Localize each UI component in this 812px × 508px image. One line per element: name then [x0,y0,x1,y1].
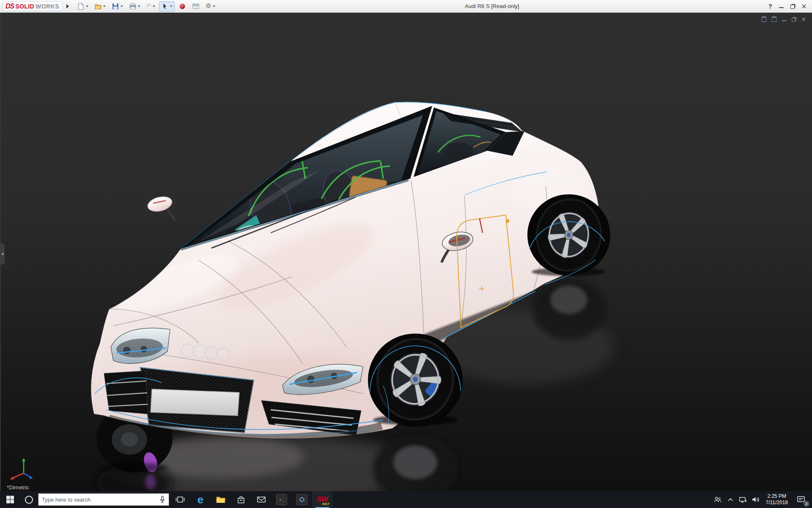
dropdown-caret-icon [213,6,215,7]
tray-overflow-button[interactable] [724,491,737,508]
people-button[interactable] [711,491,724,508]
select-tool-button[interactable] [159,1,175,11]
solidworks-taskbar-button[interactable]: SW 2017 [312,491,332,508]
new-document-icon [77,3,85,10]
restore-button[interactable] [790,5,795,9]
edge-button[interactable]: e [190,491,211,508]
action-center-button[interactable]: 2 [792,491,810,508]
dropdown-caret-icon [121,6,123,7]
solidworks-menu-button[interactable]: DS SOLIDWORKS [3,1,63,11]
close-button[interactable]: × [801,3,807,10]
app-tile-icon [296,494,307,505]
edge-icon: e [198,494,203,505]
brand-works-text: WORKS [36,3,59,10]
task-clock[interactable]: 2:25 PM 7/11/2018 [762,491,792,508]
console-app-icon: >_ [276,494,287,505]
model-canvas[interactable] [0,13,812,491]
dropdown-caret-icon [153,6,155,7]
clock-time: 2:25 PM [767,493,786,500]
file-explorer-icon [216,495,226,504]
save-icon [112,3,119,10]
design-table-button[interactable] [190,1,202,11]
document-window-controls: × [762,16,806,22]
chevron-up-icon [727,497,733,502]
side-mirror-far[interactable] [146,194,175,221]
dropdown-caret-icon [86,6,88,7]
system-tray: 2:25 PM 7/11/2018 2 [711,491,812,508]
title-bar: DS SOLIDWORKS ↶ [0,0,812,13]
windows-logo-icon [6,495,14,504]
speaker-icon [752,496,760,503]
volume-button[interactable] [749,491,762,508]
task-view-icon [176,495,185,504]
reference-triad [7,456,34,483]
options-button[interactable]: ⚙ [203,1,217,11]
cascade-window-icon[interactable] [772,17,776,22]
mail-button[interactable] [251,491,272,508]
task-view-button[interactable] [170,491,190,508]
taskbar-search[interactable] [38,493,169,506]
print-icon [129,3,137,10]
chevron-left-icon [1,252,3,256]
dropdown-caret-icon [138,6,140,7]
appearance-button[interactable] [176,1,188,11]
document-minimize-icon[interactable] [782,17,786,21]
car-model[interactable] [91,102,610,441]
windows-taskbar: e >_ SW 2017 [0,491,812,508]
taskbar-app-button-2[interactable] [292,491,312,508]
dropdown-caret-icon [170,6,173,7]
document-close-icon[interactable]: × [801,16,806,22]
appearance-sphere-icon [178,3,186,10]
people-icon [713,496,722,503]
search-input[interactable] [42,497,156,503]
dassault-logo-icon: DS [5,3,14,10]
undo-icon: ↶ [146,3,152,9]
dropdown-caret-icon [103,6,106,7]
brand-solid-text: SOLID [15,3,34,10]
help-button[interactable]: ? [768,3,772,10]
select-cursor-icon [161,3,169,10]
start-button[interactable] [0,491,20,508]
store-button[interactable] [231,491,251,508]
featuremanager-flyout-tab[interactable] [0,243,5,265]
new-window-icon[interactable] [762,17,766,22]
menu-flyout-arrow-icon[interactable] [66,4,69,8]
graphics-viewport[interactable]: × [0,13,812,491]
cortana-ring-icon [25,496,33,504]
minimize-button[interactable] [779,4,784,8]
options-gear-icon: ⚙ [206,3,211,9]
open-button[interactable] [92,1,108,11]
print-button[interactable] [127,1,143,11]
store-bag-icon [237,495,245,504]
notification-badge: 2 [804,501,809,507]
cortana-button[interactable] [20,491,37,508]
clock-date: 7/11/2018 [766,500,788,506]
design-table-icon [192,3,200,10]
file-explorer-button[interactable] [211,491,231,508]
window-title: Audi R8 S [Read-only] [218,3,766,9]
new-document-button[interactable] [75,1,91,11]
mail-envelope-icon [257,496,266,503]
view-orientation-label: *Dimetric [7,484,29,491]
network-icon [739,496,747,503]
document-restore-icon[interactable] [792,18,796,22]
undo-button[interactable]: ↶ [144,1,158,11]
save-button[interactable] [110,1,125,11]
solidworks-year-badge: 2017 [322,502,329,506]
network-button[interactable] [737,491,749,508]
open-icon [94,3,102,10]
microphone-icon[interactable] [159,496,165,503]
taskbar-app-button-1[interactable]: >_ [272,491,292,508]
